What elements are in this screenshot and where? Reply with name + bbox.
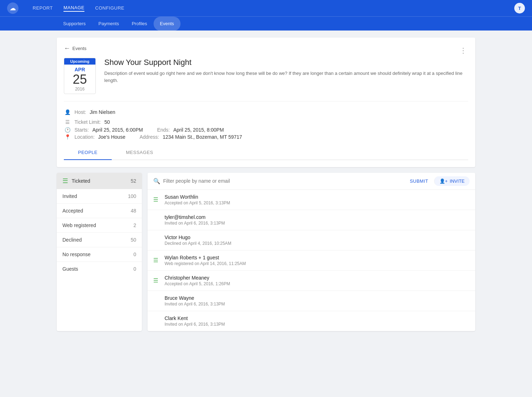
person-sub: Invited on April 6, 2016, 3:13PM (165, 322, 470, 327)
event-date-box: Upcoming APR 25 2016 (64, 58, 96, 94)
clock-icon: 🕐 (64, 127, 71, 133)
subnav-payments[interactable]: Payments (92, 17, 126, 31)
person-info: Victor HugoDeclined on April 4, 2016, 10… (165, 235, 470, 246)
person-name: Bruce Wayne (165, 295, 470, 301)
person-row[interactable]: ☰Christopher MeaneyAccepted on April 5, … (148, 271, 475, 291)
person-info: Susan WorthlinAccepted on April 5, 2016,… (165, 194, 470, 205)
event-info: Show Your Support Night Description of e… (104, 58, 468, 84)
address-value: 1234 Main St., Bozeman, MT 59717 (163, 134, 242, 140)
person-name: Victor Hugo (165, 235, 470, 240)
sidebar-item-no-response[interactable]: No response 0 (57, 247, 142, 262)
top-nav-links: REPORT MANAGE CONFIGURE (33, 5, 514, 12)
guests-label: Guests (62, 266, 133, 272)
no-response-label: No response (62, 252, 133, 257)
sidebar-header[interactable]: ☰ Ticketed 52 (57, 173, 142, 189)
person-sub: Accepted on April 5, 2016, 1:26PM (165, 281, 470, 286)
submit-button[interactable]: SUBMIT (410, 178, 428, 184)
location-label: Location: (74, 134, 95, 140)
subnav-supporters[interactable]: Supporters (57, 17, 92, 31)
time-row: 🕐 Starts: April 25, 2015, 6:00PM Ends: A… (64, 127, 468, 133)
sidebar-item-accepted[interactable]: Accepted 48 (57, 204, 142, 218)
back-label: Events (72, 46, 87, 51)
location-half: 📍 Location: Joe's House (64, 134, 125, 140)
person-row[interactable]: ☰Wylan Roberts + 1 guestWeb registered o… (148, 250, 475, 271)
ticket-icon: ☰ (64, 119, 71, 125)
tab-people[interactable]: PEOPLE (64, 145, 112, 160)
invited-count: 100 (128, 193, 136, 199)
event-title: Show Your Support Night (104, 58, 468, 67)
ticket-row: ☰ Ticket Limit: 50 (64, 117, 468, 127)
subnav-profiles[interactable]: Profiles (125, 17, 153, 31)
host-value: Jim Nielsen (90, 109, 115, 115)
event-card-top: ← Events ⋮ (64, 45, 468, 58)
add-person-icon: 👤+ (439, 178, 448, 184)
event-card: ← Events ⋮ Upcoming APR 25 2016 Show You… (57, 38, 475, 167)
sidebar-item-declined[interactable]: Declined 50 (57, 233, 142, 247)
ends-half: Ends: April 25, 2015, 8:00PM (157, 127, 224, 133)
ticket-status-icon: ☰ (153, 196, 160, 203)
accepted-label: Accepted (62, 208, 131, 214)
person-sub: Declined on April 4, 2016, 10:25AM (165, 241, 470, 246)
person-sub: Invited on April 6, 2016, 3:13PM (165, 221, 470, 226)
sidebar-header-label: Ticketed (72, 178, 127, 184)
event-status-badge: Upcoming (64, 58, 95, 65)
person-name: Susan Worthlin (165, 194, 470, 200)
location-value: Joe's House (98, 134, 126, 140)
person-name: tyler@timshel.com (165, 214, 470, 220)
top-nav: ☁ REPORT MANAGE CONFIGURE T (0, 0, 532, 16)
nav-configure[interactable]: CONFIGURE (95, 5, 124, 11)
search-bar: 🔍 SUBMIT 👤+ INVITE (148, 173, 475, 190)
sub-nav: Supporters Payments Profiles Events (0, 16, 532, 31)
invite-label: INVITE (450, 178, 465, 184)
person-row[interactable]: ☰Susan WorthlinAccepted on April 5, 2016… (148, 190, 475, 210)
person-info: Bruce WayneInvited on April 6, 2016, 3:1… (165, 295, 470, 307)
user-avatar[interactable]: T (514, 3, 525, 13)
person-row[interactable]: Victor HugoDeclined on April 4, 2016, 10… (148, 230, 475, 250)
event-tabs: PEOPLE MESSAGES (64, 145, 468, 160)
guests-count: 0 (133, 266, 136, 272)
host-label: Host: (74, 109, 86, 115)
search-input[interactable] (163, 178, 407, 184)
person-info: Christopher MeaneyAccepted on April 5, 2… (165, 275, 470, 286)
invite-button[interactable]: 👤+ INVITE (434, 176, 470, 186)
sidebar-item-web-registered[interactable]: Web registered 2 (57, 218, 142, 233)
accepted-count: 48 (131, 208, 136, 214)
person-sub: Web registered on April 14, 2016, 11:25A… (165, 261, 470, 266)
person-row[interactable]: Bruce WayneInvited on April 6, 2016, 3:1… (148, 291, 475, 311)
people-sidebar: ☰ Ticketed 52 Invited 100 Accepted 48 We… (57, 173, 142, 331)
sidebar-item-guests[interactable]: Guests 0 (57, 262, 142, 276)
sidebar-item-invited[interactable]: Invited 100 (57, 189, 142, 204)
three-dot-menu[interactable]: ⋮ (458, 45, 468, 56)
people-section: ☰ Ticketed 52 Invited 100 Accepted 48 We… (57, 173, 475, 331)
starts-label: Starts: (74, 127, 89, 133)
person-name: Christopher Meaney (165, 275, 470, 281)
subnav-events[interactable]: Events (154, 17, 181, 31)
person-sub: Accepted on April 5, 2016, 3:13PM (165, 200, 470, 205)
ticket-status-icon: ☰ (153, 257, 160, 264)
ends-value: April 25, 2015, 8:00PM (173, 127, 224, 133)
back-arrow-icon: ← (64, 45, 70, 52)
location-row: 📍 Location: Joe's House Address: 1234 Ma… (64, 134, 468, 140)
web-registered-label: Web registered (62, 222, 133, 228)
back-link[interactable]: ← Events (64, 45, 87, 52)
declined-label: Declined (62, 237, 131, 243)
people-list: ☰Susan WorthlinAccepted on April 5, 2016… (148, 190, 475, 331)
nav-manage[interactable]: MANAGE (63, 5, 84, 12)
event-year: 2016 (64, 87, 95, 94)
cloud-icon: ☁ (10, 4, 16, 12)
nav-report[interactable]: REPORT (33, 5, 53, 11)
event-day: 25 (64, 72, 95, 87)
location-icon: 📍 (64, 134, 71, 140)
host-row: 👤 Host: Jim Nielsen (64, 107, 468, 117)
ticketed-icon: ☰ (62, 177, 68, 185)
declined-count: 50 (131, 237, 136, 243)
tab-messages[interactable]: MESSAGES (112, 145, 167, 160)
person-name: Clark Kent (165, 315, 470, 321)
person-row[interactable]: tyler@timshel.comInvited on April 6, 201… (148, 210, 475, 230)
ticket-label: Ticket Limit: (74, 119, 101, 125)
ticket-value: 50 (104, 119, 110, 125)
person-name: Wylan Roberts + 1 guest (165, 255, 470, 260)
main-content: ← Events ⋮ Upcoming APR 25 2016 Show You… (0, 31, 532, 338)
ticket-status-icon: ☰ (153, 277, 160, 284)
person-row[interactable]: Clark KentInvited on April 6, 2016, 3:13… (148, 311, 475, 331)
